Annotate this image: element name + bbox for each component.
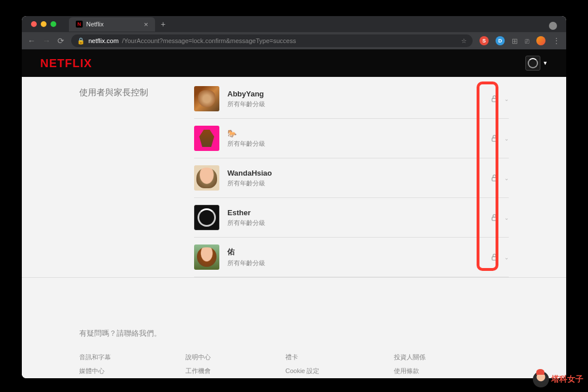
footer-link[interactable]: 媒體中心	[79, 364, 111, 378]
lock-icon: 🔒	[77, 37, 85, 45]
cast-icon[interactable]: ⎚	[525, 37, 529, 45]
maximize-window-icon[interactable]	[51, 21, 56, 27]
profile-name: 🐎	[227, 129, 490, 138]
url-domain: netflix.com	[88, 37, 119, 44]
minimize-window-icon[interactable]	[41, 21, 47, 27]
footer-link[interactable]: 工作機會	[185, 364, 211, 378]
profile-avatar-icon	[194, 205, 219, 230]
tab-title: Netflix	[86, 21, 104, 28]
close-window-icon[interactable]	[31, 21, 37, 27]
footer-link[interactable]: 投資人關係	[394, 350, 425, 364]
netflix-logo[interactable]: NETFLIX	[40, 57, 92, 70]
footer-link[interactable]: 說明中心	[185, 350, 211, 364]
chevron-down-icon[interactable]: ⌄	[504, 135, 509, 142]
section-title: 使用者與家長控制	[79, 86, 194, 277]
tab-bar: N Netflix × +	[22, 16, 566, 32]
back-icon[interactable]: ←	[28, 36, 36, 45]
corner-badge-icon	[549, 22, 557, 30]
watermark: 塔科女子	[533, 371, 583, 387]
footer-link[interactable]: Cookie 設定	[285, 364, 319, 378]
footer-link[interactable]: 音訊和字幕	[79, 350, 111, 364]
browser-menu-icon[interactable]: ⋮	[552, 36, 560, 45]
profile-row[interactable]: 佑 所有年齡分級 ⌄	[194, 238, 509, 277]
footer-contact[interactable]: 有疑問嗎？請聯絡我們。	[79, 328, 509, 339]
reload-icon[interactable]: ⟳	[57, 36, 64, 45]
extension-icon[interactable]: ⊞	[512, 37, 518, 45]
footer-link[interactable]: 禮卡	[285, 350, 319, 364]
profile-avatar-icon	[194, 165, 219, 191]
profile-avatar-icon	[194, 126, 219, 151]
annotation-highlight	[477, 81, 498, 271]
window-controls[interactable]	[26, 21, 61, 27]
close-tab-icon[interactable]: ×	[144, 20, 148, 29]
chevron-down-icon[interactable]: ⌄	[504, 96, 509, 102]
site-footer: 有疑問嗎？請聯絡我們。 音訊和字幕 媒體中心 說明中心 工作機會 禮卡 Cook…	[22, 312, 566, 378]
profile-avatar-icon	[194, 244, 219, 270]
chevron-down-icon[interactable]: ⌄	[504, 215, 509, 221]
favicon-icon: N	[76, 21, 83, 28]
forward-icon[interactable]: →	[42, 36, 51, 45]
watermark-icon	[533, 371, 549, 387]
url-path: /YourAccount?message=lock.confirm&messag…	[122, 37, 296, 44]
profile-name: Esther	[227, 208, 490, 217]
new-tab-button[interactable]: +	[155, 20, 171, 29]
extension-icon[interactable]: S	[479, 36, 489, 45]
chevron-down-icon[interactable]: ⌄	[504, 254, 509, 261]
page-content: 使用者與家長控制 AbbyYang 所有年齡分級 ⌄	[22, 77, 566, 378]
footer-link[interactable]: 使用條款	[394, 364, 425, 378]
profile-name: WandaHsiao	[227, 169, 490, 177]
profile-switcher[interactable]	[525, 56, 540, 71]
profile-row[interactable]: WandaHsiao 所有年齡分級 ⌄	[194, 158, 509, 198]
browser-profile-icon[interactable]	[536, 36, 546, 45]
profile-row[interactable]: 🐎 所有年齡分級 ⌄	[194, 119, 509, 158]
bookmark-icon[interactable]: ☆	[461, 37, 467, 45]
extension-icon[interactable]: D	[496, 36, 505, 45]
profile-row[interactable]: Esther 所有年齡分級 ⌄	[194, 198, 509, 238]
watermark-text: 塔科女子	[551, 374, 583, 385]
profile-rating: 所有年齡分級	[227, 100, 490, 108]
profiles-list: AbbyYang 所有年齡分級 ⌄ 🐎 所有年齡分級	[194, 86, 509, 277]
url-field[interactable]: 🔒 netflix.com/YourAccount?message=lock.c…	[71, 34, 473, 47]
profile-name: 佑	[227, 247, 490, 257]
profile-rating: 所有年齡分級	[227, 179, 490, 188]
profile-rating: 所有年齡分級	[227, 219, 490, 227]
address-bar: ← → ⟳ 🔒 netflix.com/YourAccount?message=…	[22, 32, 566, 49]
caret-down-icon[interactable]: ▼	[543, 60, 548, 66]
profile-rating: 所有年齡分級	[227, 259, 490, 267]
profile-row[interactable]: AbbyYang 所有年齡分級 ⌄	[194, 86, 509, 119]
profile-avatar-icon	[194, 86, 219, 111]
profile-name: AbbyYang	[227, 90, 490, 98]
profile-rating: 所有年齡分級	[227, 139, 490, 148]
chevron-down-icon[interactable]: ⌄	[504, 175, 509, 181]
browser-tab[interactable]: N Netflix ×	[69, 17, 155, 32]
site-header: NETFLIX ▼	[22, 49, 566, 77]
